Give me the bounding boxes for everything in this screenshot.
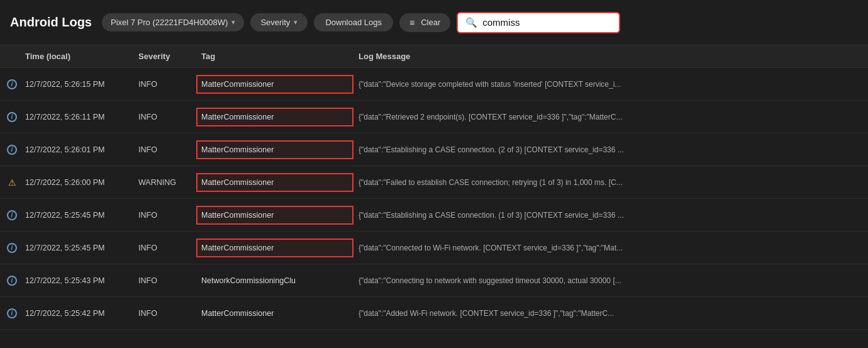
log-message: {"data":"Device storage completed with s… (353, 75, 868, 94)
log-message: {"data":"Establishing a CASE connection.… (353, 140, 868, 159)
log-tag: MatterCommissioner (196, 304, 353, 323)
log-severity: INFO (133, 140, 196, 159)
log-tag: MatterCommissioner (196, 239, 353, 257)
col-icon (0, 52, 20, 61)
table-body: i12/7/2022, 5:26:15 PMINFOMatterCommissi… (0, 68, 868, 343)
search-input[interactable] (482, 17, 611, 28)
log-message: {"data":"Failed to establish CASE connec… (353, 173, 868, 192)
info-icon: i (7, 145, 17, 155)
info-icon: i (7, 79, 17, 89)
header: Android Logs Pixel 7 Pro (22221FD4H0008W… (0, 0, 868, 45)
device-selector[interactable]: Pixel 7 Pro (22221FD4H0008W) ▾ (102, 13, 244, 31)
col-message: Log Message (353, 52, 868, 61)
app-title: Android Logs (10, 15, 92, 30)
info-icon: i (7, 276, 17, 286)
severity-dropdown[interactable]: Severity ▾ (250, 13, 308, 31)
log-message: {"data":"Establishing a CASE connection.… (353, 206, 868, 225)
table-row[interactable]: i12/7/2022, 5:25:43 PMINFONetworkCommiss… (0, 264, 868, 297)
search-wrapper: 🔍 (457, 12, 620, 33)
col-time: Time (local) (20, 52, 133, 61)
clear-button[interactable]: ≡ Clear (399, 13, 450, 32)
info-icon: i (7, 308, 17, 318)
log-time: 12/7/2022, 5:26:00 PM (20, 173, 133, 192)
log-time: 12/7/2022, 5:26:11 PM (20, 108, 133, 126)
log-time: 12/7/2022, 5:25:45 PM (20, 239, 133, 257)
search-icon: 🔍 (465, 17, 477, 28)
log-time: 12/7/2022, 5:26:01 PM (20, 140, 133, 159)
log-message: {"data":"Added Wi-Fi network. [CONTEXT s… (353, 304, 868, 323)
log-tag: MatterCommissioner (196, 108, 353, 126)
chevron-down-icon: ▾ (231, 18, 235, 26)
log-severity: INFO (133, 271, 196, 290)
device-label: Pixel 7 Pro (22221FD4H0008W) (111, 18, 228, 27)
info-icon: i (7, 243, 17, 253)
log-tag: MatterCommissioner (196, 173, 353, 192)
warning-icon: ⚠ (7, 177, 17, 188)
log-message: {"data":"Retrieved 2 endpoint(s). [CONTE… (353, 108, 868, 126)
log-message: {"data":"Connecting to network with sugg… (353, 271, 868, 290)
table-row[interactable]: i12/7/2022, 5:25:45 PMINFOMatterCommissi… (0, 199, 868, 232)
info-icon: i (7, 112, 17, 122)
table-row[interactable]: i12/7/2022, 5:26:15 PMINFOMatterCommissi… (0, 68, 868, 101)
download-logs-button[interactable]: Download Logs (314, 13, 393, 31)
table-header: Time (local) Severity Tag Log Message (0, 45, 868, 68)
col-tag: Tag (196, 52, 353, 61)
log-time: 12/7/2022, 5:26:15 PM (20, 75, 133, 94)
log-severity: INFO (133, 304, 196, 323)
table-row[interactable]: i12/7/2022, 5:25:45 PMINFOMatterCommissi… (0, 232, 868, 264)
list-icon: ≡ (409, 18, 415, 28)
log-severity: INFO (133, 108, 196, 126)
log-severity: WARNING (133, 173, 196, 192)
log-time: 12/7/2022, 5:25:42 PM (20, 304, 133, 323)
table-row[interactable]: i12/7/2022, 5:26:11 PMINFOMatterCommissi… (0, 101, 868, 133)
chevron-down-icon: ▾ (294, 18, 298, 26)
log-message: {"data":"Connected to Wi-Fi network. [CO… (353, 239, 868, 257)
table-row[interactable]: ⚠12/7/2022, 5:26:00 PMWARNINGMatterCommi… (0, 166, 868, 199)
log-tag: MatterCommissioner (196, 206, 353, 225)
log-severity: INFO (133, 239, 196, 257)
log-tag: MatterCommissioner (196, 75, 353, 94)
log-time: 12/7/2022, 5:25:45 PM (20, 206, 133, 225)
log-tag: NetworkCommissioningClu (196, 271, 353, 290)
severity-label: Severity (260, 18, 290, 27)
log-severity: INFO (133, 75, 196, 94)
info-icon: i (7, 210, 17, 220)
table-row[interactable]: i12/7/2022, 5:26:01 PMINFOMatterCommissi… (0, 133, 868, 166)
download-label: Download Logs (325, 18, 382, 27)
col-severity: Severity (133, 52, 196, 61)
log-time: 12/7/2022, 5:25:43 PM (20, 271, 133, 290)
clear-label: Clear (421, 18, 440, 27)
log-severity: INFO (133, 206, 196, 225)
table-row[interactable]: i12/7/2022, 5:25:42 PMINFOMatterCommissi… (0, 297, 868, 330)
log-tag: MatterCommissioner (196, 140, 353, 159)
